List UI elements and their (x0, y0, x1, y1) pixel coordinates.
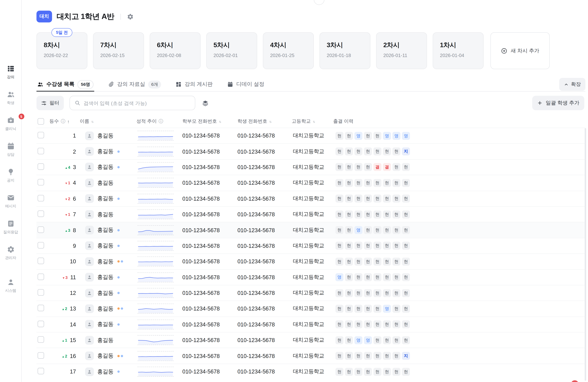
row-checkbox[interactable] (38, 321, 44, 327)
column-header-rank[interactable]: 등수 ⓘ ↑ (49, 118, 80, 125)
attendance-history: 현현현현결결현현 (333, 163, 585, 171)
session-card[interactable]: 5차시 2026-02-01 (206, 32, 257, 69)
tab-count-badge: 56명 (77, 80, 93, 89)
column-header-name[interactable]: 이름 ↑↓ (80, 118, 136, 125)
column-header-student-phone[interactable]: 학생 전화번호 ↑↓ (237, 118, 292, 125)
bulk-add-students-button[interactable]: 일괄 학생 추가 (532, 96, 584, 110)
table-row[interactable]: ▲3 8 홍길동 010-1234-5678 010-1234-5678 대치고… (37, 222, 585, 238)
attendance-badge: 현 (383, 242, 391, 250)
info-icon[interactable]: ⓘ (159, 118, 163, 125)
school: 대치고등학교 (292, 290, 333, 296)
expand-button[interactable]: 확장 (559, 78, 585, 91)
table-row[interactable]: ▼2 6 홍길동 010-1234-5678 010-1234-5678 대치고… (37, 191, 585, 206)
attendance-badge: 현 (364, 132, 372, 140)
sort-ascending-icon[interactable]: ↑ (67, 119, 70, 124)
sort-icon[interactable]: ↑↓ (91, 120, 94, 123)
session-card[interactable]: 4차시 2026-01-25 (263, 32, 314, 69)
rank-value: 7 (73, 211, 76, 217)
row-checkbox[interactable] (38, 179, 44, 186)
row-checkbox[interactable] (38, 148, 44, 154)
table-row[interactable]: ▲4 3 홍길동 010-1234-5678 010-1234-5678 대치고… (37, 159, 585, 175)
search-input[interactable] (84, 100, 190, 106)
column-header-grade-trend[interactable]: 성적 추이 ⓘ (136, 118, 182, 125)
table-row[interactable]: ▼1 4 홍길동 010-1234-5678 010-1234-5678 대치고… (37, 175, 585, 191)
table-row[interactable]: ▲1 15 홍길동 010-1234-5678 010-1234-5678 대치… (37, 332, 585, 348)
table-row[interactable]: ▼3 11 홍길동 010-1234-5678 010-1234-5678 대치… (37, 269, 585, 285)
tab-4[interactable]: 디데이 설정 (226, 78, 265, 91)
attendance-badge: 영 (402, 132, 410, 140)
table-row[interactable]: ▲2 16 홍길동 010-1234-5678 010-1234-5678 대치… (37, 348, 585, 364)
table-row[interactable]: 17 홍길동 010-1234-5678 010-1234-5678 대치고등학… (37, 364, 585, 379)
sort-icon[interactable]: ↑↓ (219, 120, 221, 123)
table-row[interactable]: 9 홍길동 010-1234-5678 010-1234-5678 대치고등학교… (37, 238, 585, 254)
session-card[interactable]: 1차시 2026-01-04 (433, 32, 484, 69)
attendance-badge: 현 (393, 273, 400, 281)
row-checkbox[interactable] (38, 289, 44, 296)
parent-phone: 010-1234-5678 (182, 195, 237, 202)
class-settings-button[interactable] (127, 13, 134, 20)
attendance-badge: 현 (402, 257, 410, 265)
row-checkbox[interactable] (38, 274, 44, 280)
table-row[interactable]: 14 홍길동 010-1234-5678 010-1234-5678 대치고등학… (37, 317, 585, 332)
session-card[interactable]: 2차시 2026-01-11 (376, 32, 427, 69)
sidebar-item-person[interactable]: 시스템 (0, 278, 21, 293)
sidebar-item-lecture[interactable]: 강의 (0, 64, 21, 80)
row-checkbox[interactable] (38, 226, 44, 233)
column-header-school[interactable]: 고등학교 ↑↓ (292, 118, 333, 125)
grade-trend-sparkline (137, 367, 173, 377)
attendance-badge: 현 (373, 289, 381, 297)
tab-1[interactable]: 수강생 목록 56명 (37, 78, 94, 91)
tab-2[interactable]: 강의 자료실 6개 (107, 78, 162, 91)
attendance-badge: 현 (355, 352, 362, 360)
attendance-badge: 현 (383, 179, 391, 187)
table-row[interactable]: 1 홍길동 010-1234-5678 010-1234-5678 대치고등학교… (37, 128, 585, 144)
session-card[interactable]: 8차시 2026-02-22 (37, 32, 87, 69)
row-checkbox[interactable] (38, 242, 44, 249)
filter-icon (41, 100, 47, 106)
attendance-history: 현현현현현현현현 (333, 242, 585, 250)
sidebar: 강의 학생 5 클리닉 상담 공지 메시지 질의응답 관리자 시스템 (0, 0, 22, 382)
sidebar-item-calendar[interactable]: 상담 (0, 142, 21, 157)
session-card[interactable]: 6차시 2026-02-08 (150, 32, 201, 69)
table-row[interactable]: 12 홍길동 010-1234-5678 010-1234-5678 대치고등학… (37, 285, 585, 301)
table-row[interactable]: ▼1 7 홍길동 010-1234-5678 010-1234-5678 대치고… (37, 206, 585, 222)
row-checkbox[interactable] (38, 305, 44, 312)
row-checkbox[interactable] (38, 352, 44, 359)
attendance-badge: 현 (393, 352, 400, 360)
session-card[interactable]: 3차시 2026-01-18 (319, 32, 371, 69)
sort-icon[interactable]: ↑↓ (269, 120, 272, 123)
sidebar-item-students[interactable]: 학생 (0, 90, 21, 106)
session-card[interactable]: 7차시 2026-02-15 (93, 32, 144, 69)
column-header-parent-phone[interactable]: 학부모 전화번호 ↑↓ (182, 118, 237, 125)
vertical-scrollbar[interactable] (585, 128, 586, 381)
row-checkbox[interactable] (38, 132, 44, 138)
student-phone: 010-1234-5678 (237, 369, 292, 375)
table-row[interactable]: 10 홍길동 010-1234-5678 010-1234-5678 대치고등학… (37, 254, 585, 269)
attendance-badge: 현 (364, 257, 372, 265)
view-layers-button[interactable] (202, 99, 209, 106)
row-checkbox[interactable] (38, 195, 44, 201)
select-all-checkbox[interactable] (38, 118, 44, 125)
add-session-button[interactable]: 새 차시 추가 (490, 32, 550, 69)
table-row[interactable]: ▲2 13 홍길동 010-1234-5678 010-1234-5678 대치… (37, 301, 585, 317)
sidebar-item-gear[interactable]: 관리자 (0, 246, 21, 261)
row-checkbox[interactable] (38, 368, 44, 374)
attendance-badge: 현 (336, 163, 343, 171)
sidebar-item-qna[interactable]: 질의응답 (0, 220, 21, 235)
sort-icon[interactable]: ↑↓ (313, 120, 315, 123)
tab-3[interactable]: 강의 게시판 (175, 78, 213, 91)
row-checkbox[interactable] (38, 258, 44, 264)
table-row[interactable]: 2 홍길동 010-1234-5678 010-1234-5678 대치고등학교… (37, 144, 585, 159)
row-checkbox[interactable] (38, 336, 44, 343)
parent-phone: 010-1234-5678 (182, 290, 237, 296)
filter-button[interactable]: 필터 (37, 96, 64, 110)
sidebar-item-notice[interactable]: 공지 (0, 168, 21, 183)
row-checkbox[interactable] (38, 211, 44, 217)
top-drag-handle[interactable] (314, 0, 324, 5)
sidebar-item-clinic[interactable]: 5 클리닉 (0, 116, 21, 131)
info-icon[interactable]: ⓘ (61, 118, 65, 125)
sidebar-item-mail[interactable]: 메시지 (0, 194, 21, 209)
attendance-badge: 현 (402, 289, 410, 297)
row-checkbox[interactable] (38, 163, 44, 170)
grade-trend-sparkline (137, 210, 173, 219)
